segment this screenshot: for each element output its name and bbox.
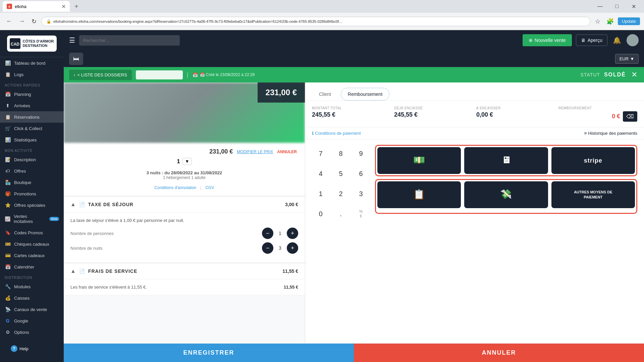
conditions-annulation-link[interactable]: Conditions d'annulation <box>155 185 196 190</box>
numpad-0[interactable]: 0 <box>312 205 329 223</box>
sidebar-item-click-collect[interactable]: 🛒 Click & Collect <box>0 123 64 134</box>
sidebar-item-boutique[interactable]: 🏪 Boutique <box>0 177 64 188</box>
header-search-input[interactable] <box>79 35 180 46</box>
sidebar-label-modules: Modules <box>14 284 31 289</box>
historique-paiements-link[interactable]: ≡ Historique des paiements <box>584 131 637 136</box>
app-container: CAD CÔTES D'ARMOR DESTINATION 📊 Tableau … <box>0 30 644 362</box>
new-tab-button[interactable]: + <box>72 3 81 10</box>
main-content: ☰ ⊕ Nouvelle vente 🖥 Aperçu 🔔 <box>64 30 644 362</box>
booking-accommodation: 1 hébergement 1 adulte <box>72 175 297 180</box>
payment-btn-transfer[interactable]: 💸 <box>464 181 548 208</box>
sidebar-item-google[interactable]: G Google <box>0 315 64 326</box>
bookmark-button[interactable]: ☆ <box>593 16 602 26</box>
currency-selector[interactable]: EUR ▼ <box>615 54 639 64</box>
numpad-6[interactable]: 6 <box>352 165 370 182</box>
minimize-button[interactable]: — <box>592 0 608 13</box>
cgv-link[interactable]: CGV <box>205 185 214 190</box>
user-avatar[interactable] <box>627 34 639 46</box>
notifications-button[interactable]: 🔔 <box>611 35 623 46</box>
sidebar-item-logs[interactable]: 📋 Logs <box>0 69 64 80</box>
sidebar-item-reservations[interactable]: 📋 Réservations <box>0 111 64 123</box>
enregistrer-button[interactable]: ENREGISTRER <box>64 344 354 362</box>
menu-toggle-button[interactable]: ☰ <box>69 36 75 44</box>
booking-image-area: 231,00 € <box>64 82 305 143</box>
sidebar-item-modules[interactable]: 🔧 Modules <box>0 281 64 292</box>
frais-section-header[interactable]: ▲ 📄 FRAIS DE SERVICE 11,55 € <box>64 263 305 279</box>
numpad-dot[interactable]: . <box>332 205 350 223</box>
numpad-8[interactable]: 8 <box>332 145 350 162</box>
bottom-action-bar: ENREGISTRER ANNULER <box>64 343 644 362</box>
sidebar-item-promotions[interactable]: 🎁 Promotions <box>0 188 64 199</box>
numpad-5[interactable]: 5 <box>332 165 350 182</box>
personnes-value: 1 <box>273 231 287 236</box>
tab-remboursement[interactable]: Remboursement <box>341 88 390 101</box>
booking-info: 3 nuits : du 28/08/2022 au 31/08/2022 1 … <box>72 168 297 183</box>
nouvelle-vente-button[interactable]: ⊕ Nouvelle vente <box>523 34 572 46</box>
sidebar-item-arrivees[interactable]: ⬆ Arrivées <box>0 100 64 111</box>
sidebar-item-offres[interactable]: 🏷 Offres <box>0 165 64 177</box>
payment-btn-cheque[interactable]: 📋 <box>377 181 461 208</box>
numpad-percent-euro[interactable]: %€ <box>352 205 370 223</box>
sidebar-item-planning[interactable]: 📅 Planning <box>0 88 64 100</box>
payment-btn-terminal[interactable]: 🖥 <box>464 147 548 174</box>
address-bar[interactable]: 🔒 ellohafromdms.elloha.com/reservations/… <box>41 17 590 26</box>
extensions-button[interactable]: 🧩 <box>604 16 616 26</box>
annuler-bottom-button[interactable]: ANNULER <box>354 344 644 362</box>
sidebar-logo: CAD CÔTES D'ARMOR DESTINATION <box>0 30 64 57</box>
maximize-button[interactable]: □ <box>609 0 625 13</box>
logo-text: CÔTES D'ARMOR DESTINATION <box>22 39 54 48</box>
sidebar-item-codes-promos[interactable]: 🔖 Codes Promos <box>0 227 64 238</box>
nuits-increment-button[interactable]: + <box>287 242 298 254</box>
sidebar-item-description[interactable]: 📝 Description <box>0 154 64 165</box>
bell-icon: 🔔 <box>613 37 621 44</box>
conditions-paiement-link[interactable]: ℹ Conditions de paiement <box>312 131 361 136</box>
tab-close-btn[interactable]: ✕ <box>61 3 66 10</box>
sidebar-item-calendrier[interactable]: 📅 Calendrier <box>0 261 64 273</box>
frais-content-row: Les frais de service s'élèvent à 11,55 €… <box>70 285 298 290</box>
sidebar-item-cheques-cadeaux[interactable]: 🎫 Chèques cadeaux <box>0 238 64 250</box>
numpad-7[interactable]: 7 <box>312 145 329 162</box>
close-window-button[interactable]: ✕ <box>626 0 641 13</box>
quantity-dropdown[interactable]: ▼ <box>182 158 192 165</box>
sidebar-item-statistiques[interactable]: 📊 Statistiques <box>0 134 64 145</box>
sidebar-label-caisses: Caisses <box>14 296 30 301</box>
personnes-increment-button[interactable]: + <box>287 228 298 239</box>
remboursement-delete-button[interactable]: ⌫ <box>623 111 637 122</box>
click-collect-icon: 🛒 <box>5 126 11 131</box>
payment-btn-stripe[interactable]: stripe <box>551 147 635 174</box>
sidebar-item-canaux-vente[interactable]: 📡 Canaux de vente <box>0 304 64 315</box>
sidebar-item-offres-speciales[interactable]: ⭐ Offres spéciales <box>0 199 64 211</box>
browser-tab[interactable]: e elloha ✕ <box>3 1 70 12</box>
dossier-input[interactable] <box>136 70 183 79</box>
nuits-decrement-button[interactable]: − <box>262 242 273 254</box>
liste-dossiers-button[interactable]: ‹ < LISTE DES DOSSIERS <box>69 70 132 80</box>
sidebar-item-options[interactable]: ⚙ Options <box>0 326 64 338</box>
payment-btn-autres[interactable]: AUTRES MOYENS DE PAIEMENT <box>551 181 635 208</box>
refresh-button[interactable]: ↻ <box>30 16 39 26</box>
numpad-1[interactable]: 1 <box>312 185 329 202</box>
personnes-decrement-button[interactable]: − <box>262 228 273 239</box>
status-close-button[interactable]: ✕ <box>630 70 639 79</box>
help-button[interactable]: ? Help <box>5 342 34 355</box>
sub-header-left: 🛏 <box>69 53 83 65</box>
payment-btn-cash[interactable]: 💵 <box>377 147 461 174</box>
taxe-section-header[interactable]: ▲ 📄 TAXE DE SÉJOUR 3,00 € <box>64 196 305 213</box>
back-button[interactable]: ← <box>4 16 14 26</box>
tab-client[interactable]: Client <box>312 88 338 101</box>
numpad-2[interactable]: 2 <box>332 185 350 202</box>
cancel-booking-link[interactable]: ANNULER <box>277 149 297 154</box>
frais-document-icon: 📄 <box>79 268 85 274</box>
apercu-button[interactable]: 🖥 Aperçu <box>576 35 607 46</box>
update-button[interactable]: Update <box>618 17 640 25</box>
sidebar-item-caisses[interactable]: 💰 Caisses <box>0 292 64 304</box>
quantity-value: 1 <box>177 159 180 165</box>
sidebar-item-tableau-de-bord[interactable]: 📊 Tableau de bord <box>0 57 64 69</box>
sidebar-item-cartes-cadeaux[interactable]: 💳 Cartes cadeaux <box>0 250 64 261</box>
modify-price-link[interactable]: MODIFIER LE PRIX <box>237 149 273 154</box>
numpad-3[interactable]: 3 <box>352 185 370 202</box>
numpad-4[interactable]: 4 <box>312 165 329 182</box>
forward-button[interactable]: → <box>17 16 27 26</box>
sidebar-item-ventes-incitatives[interactable]: 📈 Ventes incitatives Beta <box>0 211 64 227</box>
numpad-9[interactable]: 9 <box>352 145 370 162</box>
car-type-button[interactable]: 🛏 <box>69 53 83 65</box>
